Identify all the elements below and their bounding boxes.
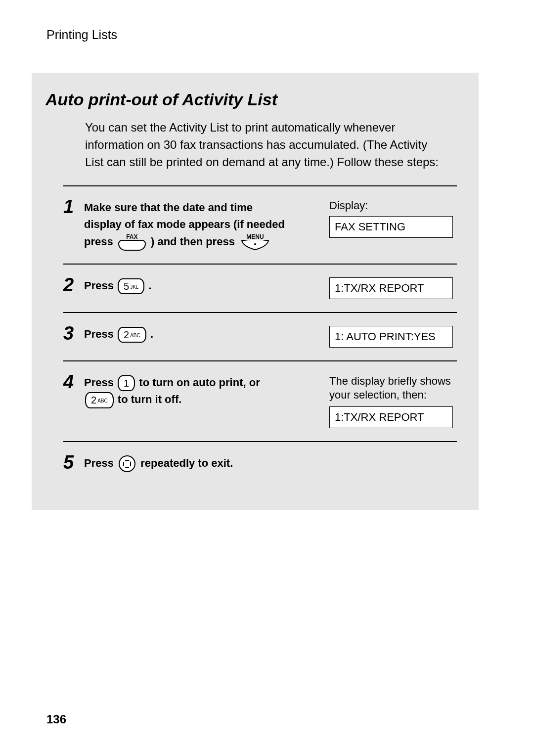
key-2-icon: 2ABC <box>118 327 146 343</box>
key-1-number: 1 <box>124 378 129 389</box>
step-instruction: Make sure that the date and time display… <box>84 197 329 250</box>
key-2-number: 2 <box>124 329 129 340</box>
key-2-sub: ABC <box>97 398 108 403</box>
step4-press: Press <box>84 376 114 389</box>
step-row: 4 Press 1 to turn on auto print, or 2ABC… <box>63 361 457 441</box>
key-5-sub: JKL <box>130 284 138 290</box>
step-display-col: The display briefly shows your selection… <box>329 372 457 428</box>
key-5-icon: 5JKL <box>118 278 144 295</box>
menu-key-label: MENU <box>240 234 270 240</box>
step3-period: . <box>150 328 153 340</box>
step-instruction: Press 2ABC . <box>84 324 329 348</box>
key-1-icon: 1 <box>118 375 135 392</box>
step5-press: Press <box>84 457 114 469</box>
step3-press: Press <box>84 328 114 340</box>
step2-press: Press <box>84 279 114 292</box>
step-display-col: Display: FAX SETTING <box>329 197 457 250</box>
step-display-col <box>329 453 457 472</box>
step1-line2: display of fax mode appears (if needed <box>84 218 285 230</box>
step-instruction: Press repeatedly to exit. <box>84 453 329 472</box>
step-row: 1 Make sure that the date and time displ… <box>63 186 457 263</box>
step-display-col: 1:TX/RX REPORT <box>329 275 457 299</box>
step4-text-a: to turn on auto print, or <box>139 376 260 389</box>
content-panel: Auto print-out of Activity List You can … <box>32 73 479 510</box>
fax-key-label: FAX <box>118 234 146 240</box>
section-title: Auto print-out of Activity List <box>32 73 479 109</box>
step-row: 2 Press 5JKL . 1:TX/RX REPORT <box>63 265 457 312</box>
step1-press: press <box>84 235 113 248</box>
key-2-sub: ABC <box>130 333 140 338</box>
svg-point-0 <box>254 243 256 245</box>
step2-period: . <box>149 279 152 292</box>
steps-table: 1 Make sure that the date and time displ… <box>63 185 457 485</box>
step-number: 1 <box>63 197 84 250</box>
display-note: The display briefly shows your selection… <box>329 374 457 402</box>
step-display-col: 1: AUTO PRINT:YES <box>329 324 457 348</box>
step4-text-b: to turn it off. <box>118 393 182 405</box>
display-box: FAX SETTING <box>329 216 453 238</box>
step5-text: repeatedly to exit. <box>140 457 233 469</box>
step-number: 3 <box>63 324 84 348</box>
display-label: Display: <box>329 199 457 212</box>
display-box: 1:TX/RX REPORT <box>329 277 453 299</box>
key-2-icon: 2ABC <box>85 392 114 408</box>
step-number: 4 <box>63 372 84 428</box>
step-row: 5 Press repeatedly to exit. <box>63 442 457 485</box>
step1-line1: Make sure that the date and time <box>84 201 253 214</box>
stop-key-icon <box>119 455 135 472</box>
running-header: Printing Lists <box>46 28 117 42</box>
step-number: 5 <box>63 453 84 472</box>
step-instruction: Press 1 to turn on auto print, or 2ABC t… <box>84 372 329 428</box>
manual-page: Printing Lists Auto print-out of Activit… <box>0 0 534 756</box>
display-box: 1: AUTO PRINT:YES <box>329 326 453 348</box>
intro-paragraph: You can set the Activity List to print a… <box>32 109 479 171</box>
key-2-number: 2 <box>91 395 96 405</box>
key-5-number: 5 <box>124 281 129 292</box>
step1-and-then: ) and then press <box>151 235 235 248</box>
display-box: 1:TX/RX REPORT <box>329 406 453 428</box>
step-number: 2 <box>63 275 84 299</box>
fax-key-icon: FAX <box>118 234 146 251</box>
step-row: 3 Press 2ABC . 1: AUTO PRINT:YES <box>63 313 457 360</box>
step-instruction: Press 5JKL . <box>84 275 329 299</box>
menu-key-icon: MENU <box>240 234 270 251</box>
page-number: 136 <box>46 712 66 726</box>
